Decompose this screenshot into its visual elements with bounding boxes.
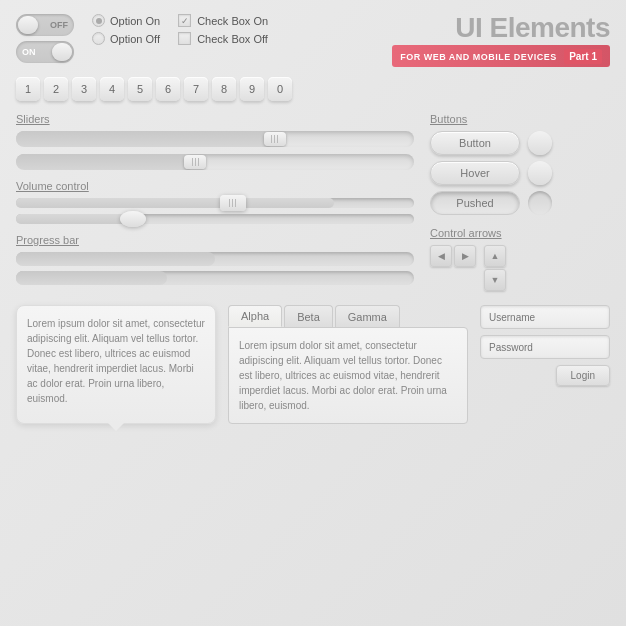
slider-handle-lines-2 [192, 158, 199, 166]
progress-section: Progress bar [16, 234, 414, 285]
arrow-right[interactable]: ▶ [454, 245, 476, 267]
control-arrows-label: Control arrows [430, 227, 610, 239]
num-btn-6[interactable]: 6 [156, 77, 180, 101]
arrow-up[interactable]: ▲ [484, 245, 506, 267]
radio-item-off[interactable]: Option Off [92, 32, 160, 45]
slider-track-2[interactable] [16, 154, 414, 170]
tab-beta[interactable]: Beta [284, 305, 333, 327]
volume-knob-2[interactable] [120, 211, 146, 227]
volume-fill-2 [16, 214, 135, 224]
button-row-1: Button [430, 131, 610, 155]
toggle-on[interactable]: ON [16, 41, 74, 63]
buttons-section: Buttons Button Hover Pushed [430, 113, 610, 215]
slider-fill-1 [16, 131, 275, 147]
num-btn-1[interactable]: 1 [16, 77, 40, 101]
tab-gamma[interactable]: Gamma [335, 305, 400, 327]
main-container: OFF ON Option On Option Off ✓ Check Box … [0, 0, 626, 626]
volume-knob-1[interactable] [220, 195, 246, 211]
radio-label-on: Option On [110, 15, 160, 27]
progress-fill-1 [16, 252, 215, 266]
button-circle-2[interactable] [528, 161, 552, 185]
checkbox-item-on[interactable]: ✓ Check Box On [178, 14, 268, 27]
login-form: Login [480, 305, 610, 424]
subtitle-text: FOR WEB AND MOBILE DEVICES [400, 52, 557, 62]
volume-knob-line [235, 199, 236, 207]
slider-handle-1[interactable] [264, 132, 286, 146]
num-btn-0[interactable]: 0 [268, 77, 292, 101]
radio-circle-off[interactable] [92, 32, 105, 45]
toggle-off-knob [18, 16, 38, 34]
sliders-section: Sliders [16, 113, 414, 170]
volume-bar-2[interactable] [16, 214, 414, 224]
volume-fill-1 [16, 198, 334, 208]
volume-bar-1[interactable] [16, 198, 414, 208]
arrow-down[interactable]: ▼ [484, 269, 506, 291]
toggle-on-knob [52, 43, 72, 61]
volume-label: Volume control [16, 180, 414, 192]
part-label: Part 1 [564, 49, 602, 64]
slider-track-1[interactable] [16, 131, 414, 147]
num-btn-8[interactable]: 8 [212, 77, 236, 101]
radio-label-off: Option Off [110, 33, 160, 45]
bottom-section: Lorem ipsum dolor sit amet, consectetur … [16, 305, 610, 424]
slider-handle-line [274, 135, 275, 143]
top-section: OFF ON Option On Option Off ✓ Check Box … [16, 14, 610, 67]
num-btn-4[interactable]: 4 [100, 77, 124, 101]
subtitle-bar: FOR WEB AND MOBILE DEVICES Part 1 [392, 45, 610, 67]
button-circle-1[interactable] [528, 131, 552, 155]
checkbox-box-off[interactable] [178, 32, 191, 45]
sliders-label: Sliders [16, 113, 414, 125]
arrow-left[interactable]: ◀ [430, 245, 452, 267]
progress-bar-2 [16, 271, 414, 285]
checkbox-label-off: Check Box Off [197, 33, 268, 45]
volume-knob-line [232, 199, 233, 207]
radio-item-on[interactable]: Option On [92, 14, 160, 27]
tabs-area: Alpha Beta Gamma Lorem ipsum dolor sit a… [228, 305, 468, 424]
button-pushed[interactable]: Pushed [430, 191, 520, 215]
toggle-on-label: ON [22, 47, 36, 57]
num-btn-9[interactable]: 9 [240, 77, 264, 101]
buttons-label: Buttons [430, 113, 610, 125]
radio-circle-on[interactable] [92, 14, 105, 27]
tab-alpha[interactable]: Alpha [228, 305, 282, 327]
control-arrows-section: Control arrows ◀ ▶ ▲ ▼ [430, 227, 610, 291]
main-title: UI Elements [288, 14, 610, 42]
button-row-2: Hover [430, 161, 610, 185]
horizontal-arrows: ◀ ▶ [430, 245, 476, 291]
arrows-container: ◀ ▶ ▲ ▼ [430, 245, 610, 291]
button-hover[interactable]: Hover [430, 161, 520, 185]
main-content: Sliders [16, 113, 610, 297]
num-btn-2[interactable]: 2 [44, 77, 68, 101]
slider-handle-line [271, 135, 272, 143]
slider-handle-line [192, 158, 193, 166]
num-btn-3[interactable]: 3 [72, 77, 96, 101]
radio-group: Option On Option Off [92, 14, 160, 45]
login-button[interactable]: Login [556, 365, 610, 386]
slider-fill-2 [16, 154, 195, 170]
num-btn-5[interactable]: 5 [128, 77, 152, 101]
volume-knob-line [229, 199, 230, 207]
checkbox-item-off[interactable]: Check Box Off [178, 32, 268, 45]
button-row-3: Pushed [430, 191, 610, 215]
progress-fill-2 [16, 271, 167, 285]
tooltip-text: Lorem ipsum dolor sit amet, consectetur … [27, 318, 205, 404]
toggle-group: OFF ON [16, 14, 74, 63]
checkbox-group: ✓ Check Box On Check Box Off [178, 14, 268, 45]
password-input[interactable] [480, 335, 610, 359]
vertical-arrows: ▲ ▼ [484, 245, 506, 291]
right-panel: Buttons Button Hover Pushed Control arro… [430, 113, 610, 297]
tooltip-box: Lorem ipsum dolor sit amet, consectetur … [16, 305, 216, 424]
username-input[interactable] [480, 305, 610, 329]
slider-handle-line [195, 158, 196, 166]
num-btn-7[interactable]: 7 [184, 77, 208, 101]
volume-knob-lines [229, 199, 236, 207]
button-normal[interactable]: Button [430, 131, 520, 155]
button-circle-3[interactable] [528, 191, 552, 215]
slider-handle-lines-1 [271, 135, 278, 143]
checkbox-box-on[interactable]: ✓ [178, 14, 191, 27]
volume-section: Volume control [16, 180, 414, 224]
toggle-off[interactable]: OFF [16, 14, 74, 36]
tab-content: Lorem ipsum dolor sit amet, consectetur … [228, 327, 468, 424]
slider-handle-line [198, 158, 199, 166]
slider-handle-2[interactable] [184, 155, 206, 169]
